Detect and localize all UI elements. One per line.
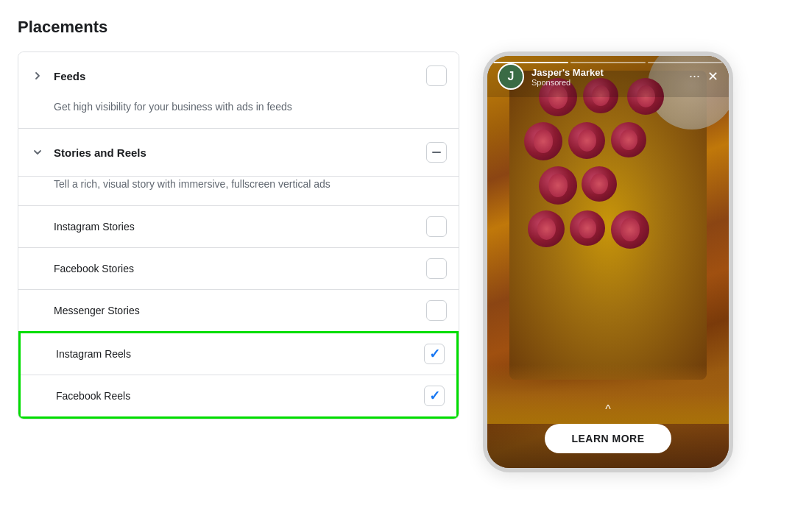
phone-frame: J Jasper's Market Sponsored ··· ✕ [483, 52, 733, 472]
fig-10 [570, 210, 605, 246]
fig-5 [568, 122, 605, 159]
feeds-title: Feeds [54, 70, 417, 82]
stories-description: Tell a rich, visual story with immersive… [18, 177, 459, 205]
fig-7 [539, 166, 577, 205]
minus-icon [432, 152, 441, 153]
stories-group-header: Stories and Reels [18, 129, 459, 177]
facebook-reels-checkbox[interactable]: ✓ [424, 386, 445, 406]
instagram-reels-checkbox[interactable]: ✓ [424, 344, 445, 364]
stories-title: Stories and Reels [54, 146, 417, 159]
feeds-group: Feeds Get high visibility for your busin… [18, 52, 459, 129]
phone-preview-panel: J Jasper's Market Sponsored ··· ✕ [483, 52, 748, 472]
fig-4 [524, 122, 562, 160]
phone-bottom-bar: ^ LEARN MORE [487, 394, 729, 468]
feeds-chevron[interactable] [30, 68, 45, 83]
feeds-checkbox[interactable] [426, 65, 447, 86]
fig-9 [528, 210, 565, 247]
instagram-stories-checkbox[interactable] [426, 216, 447, 237]
avatar-letter: J [508, 70, 515, 83]
facebook-reels-label: Facebook Reels [56, 390, 415, 402]
list-item: Facebook Stories [18, 247, 459, 289]
messenger-stories-label: Messenger Stories [54, 305, 417, 316]
phone-inner: J Jasper's Market Sponsored ··· ✕ [487, 56, 729, 468]
placements-panel: Feeds Get high visibility for your busin… [18, 52, 459, 419]
close-icon[interactable]: ✕ [707, 68, 718, 85]
checkmark-icon: ✓ [429, 347, 440, 361]
list-item: Instagram Stories [18, 205, 459, 247]
stories-group: Stories and Reels Tell a rich, visual st… [18, 129, 459, 419]
account-name: Jasper's Market [531, 67, 682, 78]
feeds-group-header: Feeds [18, 52, 459, 99]
sponsored-label: Sponsored [531, 78, 682, 87]
progress-bar-1 [493, 62, 568, 63]
list-item: Messenger Stories [18, 289, 459, 331]
facebook-stories-label: Facebook Stories [54, 263, 417, 274]
learn-more-button[interactable]: LEARN MORE [545, 424, 671, 453]
facebook-stories-checkbox[interactable] [426, 258, 447, 279]
account-info: Jasper's Market Sponsored [531, 67, 682, 87]
progress-bar-2 [570, 62, 646, 63]
fig-11 [611, 210, 649, 249]
list-item: Facebook Reels ✓ [21, 375, 456, 416]
stories-chevron[interactable] [30, 145, 45, 160]
chevron-up-icon: ^ [605, 403, 611, 416]
checkmark-icon: ✓ [429, 389, 440, 402]
messenger-stories-checkbox[interactable] [426, 300, 447, 321]
instagram-reels-label: Instagram Reels [56, 348, 415, 360]
fig-6 [611, 122, 646, 157]
avatar: J [498, 63, 524, 90]
reels-highlight-section: Instagram Reels ✓ Facebook Reels ✓ [18, 331, 459, 419]
story-progress-bars [493, 62, 723, 63]
fig-8 [582, 166, 617, 202]
stories-checkbox[interactable] [426, 142, 447, 163]
more-icon[interactable]: ··· [689, 68, 700, 85]
instagram-stories-label: Instagram Stories [54, 221, 417, 233]
stories-sub-items: Instagram Stories Facebook Stories Messe… [18, 205, 459, 331]
page-title: Placements [18, 18, 777, 37]
progress-bar-3 [648, 62, 723, 63]
list-item: Instagram Reels ✓ [21, 333, 456, 375]
top-actions: ··· ✕ [689, 68, 718, 85]
feeds-description: Get high visibility for your business wi… [18, 99, 459, 128]
